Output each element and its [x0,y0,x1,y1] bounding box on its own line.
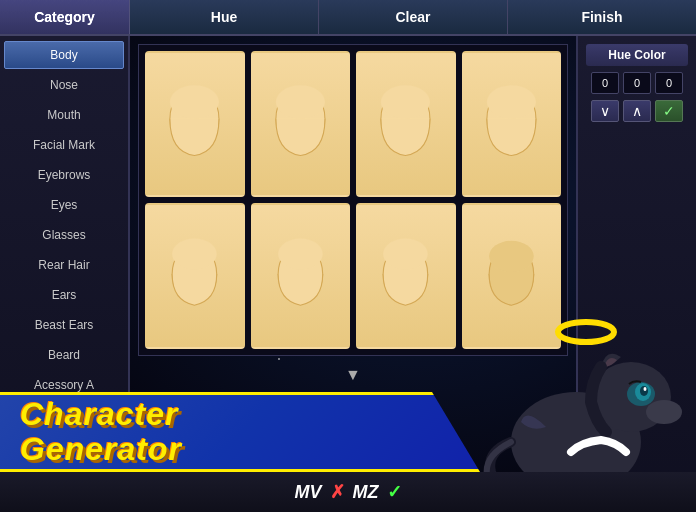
category-label: Category [34,9,95,25]
hue-inputs [586,72,688,94]
svg-point-24 [183,439,186,442]
hue-color-label: Hue Color [586,44,688,66]
category-header: Category [0,0,130,34]
svg-point-7 [487,85,536,118]
face-cell-4[interactable] [462,51,562,197]
face-grid [138,44,568,356]
svg-point-5 [381,85,430,118]
svg-rect-42 [285,490,290,500]
svg-point-39 [285,465,289,470]
svg-rect-41 [278,490,283,500]
hue-up-button[interactable]: ∧ [623,100,651,122]
svg-point-9 [172,238,217,269]
main-container: Category Hue Clear Finish Body Nose Mout… [0,0,696,512]
svg-point-38 [279,465,283,470]
svg-rect-40 [277,476,291,490]
content-area: Body Nose Mouth Facial Mark Eyebrows Eye… [0,36,696,512]
svg-rect-34 [278,432,283,442]
svg-point-30 [277,402,291,418]
svg-point-27 [214,438,223,451]
svg-point-1 [170,85,219,118]
finish-label: Finish [581,9,622,25]
sidebar-item-facial-mark[interactable]: Facial Mark [4,131,124,159]
svg-point-26 [163,438,172,451]
sidebar: Body Nose Mouth Facial Mark Eyebrows Eye… [0,36,130,512]
face-cell-3[interactable] [356,51,456,197]
svg-point-25 [205,439,208,442]
sidebar-item-acessory-a[interactable]: Acessory A [4,371,124,399]
sidebar-item-rear-hair[interactable]: Rear Hair [4,251,124,279]
sidebar-item-body[interactable]: Body [4,41,124,69]
svg-rect-33 [277,418,291,432]
svg-point-15 [489,240,534,271]
hue-label: Hue [211,9,237,25]
clear-label: Clear [395,9,430,25]
sidebar-item-nose[interactable]: Nose [4,71,124,99]
scroll-down-arrow[interactable]: ▼ [345,366,361,384]
face-cell-2[interactable] [251,51,351,197]
scroll-indicator: ▼ [138,364,568,386]
hue-r-input[interactable] [591,72,619,94]
svg-rect-35 [285,432,290,442]
preview-small-2[interactable] [254,452,314,504]
right-panel: Hue Color ∨ ∧ ✓ [576,36,696,512]
hue-button[interactable]: Hue [130,0,319,34]
sidebar-item-eyebrows[interactable]: Eyebrows [4,161,124,189]
sidebar-item-front-hair[interactable]: Front Hair [4,401,124,429]
main-panel: ▼ [130,36,576,512]
clear-button[interactable]: Clear [319,0,508,34]
preview-area [138,394,568,504]
preview-small-1[interactable] [254,394,314,446]
face-cell-6[interactable] [251,203,351,349]
preview-large[interactable] [138,394,248,504]
top-bar: Category Hue Clear Finish [0,0,696,36]
hue-confirm-button[interactable]: ✓ [655,100,683,122]
svg-point-3 [276,85,325,118]
hue-b-input[interactable] [655,72,683,94]
sidebar-item-mouth[interactable]: Mouth [4,101,124,129]
sidebar-item-beast-ears[interactable]: Beast Ears [4,311,124,339]
sidebar-item-eyes[interactable]: Eyes [4,191,124,219]
svg-point-31 [279,407,283,412]
finish-button[interactable]: Finish [508,0,696,34]
sidebar-item-beard[interactable]: Beard [4,341,124,369]
svg-point-37 [277,460,291,476]
sidebar-item-ears[interactable]: Ears [4,281,124,309]
svg-point-32 [285,407,289,412]
hue-down-button[interactable]: ∨ [591,100,619,122]
face-cell-5[interactable] [145,203,245,349]
svg-point-11 [278,238,323,269]
svg-point-13 [383,238,428,269]
hue-controls: ∨ ∧ ✓ [586,100,688,122]
face-cell-8[interactable] [462,203,562,349]
hue-g-input[interactable] [623,72,651,94]
sidebar-item-glasses[interactable]: Glasses [4,221,124,249]
face-cell-7[interactable] [356,203,456,349]
face-cell-1[interactable] [145,51,245,197]
preview-small-container [254,394,314,504]
sidebar-item-acessory-b[interactable]: Acessory B [4,431,124,459]
